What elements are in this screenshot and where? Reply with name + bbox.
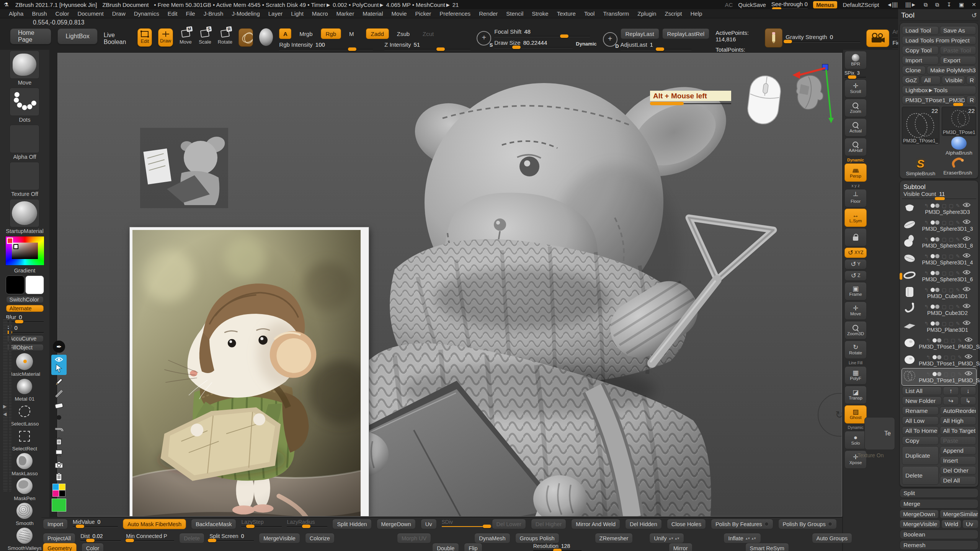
subtool-back-icon[interactable]: ↰ bbox=[924, 236, 928, 242]
folder-up-button[interactable]: ↪ bbox=[943, 396, 959, 405]
copy-subtool-button[interactable]: Copy bbox=[902, 436, 939, 445]
zoom3d-button[interactable]: Zoom3D bbox=[844, 321, 867, 339]
bottom-inflate-button[interactable]: Inflate▴▾ ▴▾ bbox=[724, 533, 761, 543]
menu-macro[interactable]: Macro bbox=[309, 10, 332, 18]
subtool-up-button[interactable]: ↑ bbox=[943, 386, 959, 395]
layer-icon[interactable]: ▢ bbox=[942, 253, 946, 259]
mask-icon[interactable]: ▢ bbox=[949, 270, 954, 276]
tray-item-masklasso[interactable]: MaskLasso bbox=[11, 452, 38, 476]
mask-icon[interactable]: ▢ bbox=[949, 220, 954, 225]
alpha-swatch[interactable]: A bbox=[279, 28, 291, 39]
eye-icon[interactable] bbox=[962, 320, 971, 327]
active-tool-r-button[interactable]: R bbox=[966, 96, 976, 104]
gizmo-x-arrow[interactable] bbox=[792, 71, 800, 79]
solo-button[interactable]: ●Solo bbox=[844, 431, 867, 449]
switch-color-button[interactable]: SwitchColor bbox=[6, 296, 44, 303]
subtool-title[interactable]: Subtool bbox=[902, 183, 976, 191]
tray-item-move[interactable]: Move bbox=[10, 51, 39, 86]
menu-help[interactable]: Help bbox=[687, 10, 706, 18]
all-to-target-button[interactable]: All To Target bbox=[940, 426, 977, 435]
blur-slider[interactable]: Blur0 bbox=[6, 314, 44, 323]
bottom-uv-button[interactable]: Uv bbox=[421, 519, 437, 529]
see-through-slider[interactable]: See-through 0 bbox=[771, 1, 808, 9]
menu-material[interactable]: Material bbox=[359, 10, 386, 18]
load-tools-from-project-button[interactable]: Load Tools From Project bbox=[902, 36, 976, 45]
rename-button[interactable]: Rename bbox=[902, 406, 939, 415]
edit-subtool-icon[interactable]: ✎ bbox=[956, 253, 960, 259]
menu-stroke[interactable]: Stroke bbox=[528, 10, 552, 18]
easel-icon[interactable] bbox=[54, 448, 64, 458]
uv-button[interactable]: Uv bbox=[962, 520, 978, 528]
mask-icon[interactable]: ▢ bbox=[951, 337, 956, 343]
floor-button[interactable]: ┴Floor bbox=[844, 189, 867, 207]
bpr-button[interactable]: BPR bbox=[844, 51, 867, 69]
bottom-colorize-button[interactable]: Colorize bbox=[305, 533, 335, 543]
dock-left-icon[interactable]: ◄|||| bbox=[887, 2, 897, 8]
menu-file[interactable]: File bbox=[183, 10, 199, 18]
del-all-button[interactable]: Del All bbox=[940, 476, 977, 485]
edit-subtool-icon[interactable]: ✎ bbox=[956, 203, 960, 209]
make-polymesh3d-button[interactable]: Make PolyMesh3D bbox=[927, 66, 976, 75]
sculpt-viewport[interactable]: ↻ bbox=[57, 53, 842, 517]
bottom-mirror-and-weld-button[interactable]: Mirror And Weld bbox=[571, 519, 620, 529]
bottom-del-lower-button[interactable]: Del Lower bbox=[492, 519, 526, 529]
current-brush-thumbnail[interactable] bbox=[238, 28, 253, 47]
eye-icon[interactable] bbox=[962, 202, 971, 209]
tray-collapse-arrow[interactable]: ▶ bbox=[3, 404, 7, 409]
tray-item-smooth[interactable]: Smooth bbox=[16, 502, 34, 526]
subtool-row[interactable]: ↰▢▢✎PM3D_TPose1_PM3D_Sphere3 bbox=[902, 368, 976, 385]
paint-mode-rgb[interactable]: Rgb bbox=[321, 28, 341, 39]
main-color-swatch[interactable] bbox=[6, 276, 24, 294]
append-button[interactable]: Append bbox=[940, 446, 977, 455]
mask-icon[interactable]: ▢ bbox=[949, 253, 954, 259]
menu-light[interactable]: Light bbox=[287, 10, 307, 18]
tray-expand-arrow[interactable]: ◀ bbox=[3, 411, 7, 417]
polypaint-icon[interactable] bbox=[931, 204, 935, 208]
lightbox-tools-button[interactable]: Lightbox►Tools bbox=[902, 86, 976, 95]
all-low-button[interactable]: All Low bbox=[902, 416, 939, 425]
remesh-section-header[interactable]: Remesh bbox=[900, 540, 978, 550]
bottom-unify-button[interactable]: Unify▴▾ ▴▾ bbox=[649, 533, 684, 543]
goz-r-button[interactable]: R bbox=[966, 76, 976, 85]
menu-tool[interactable]: Tool bbox=[581, 10, 598, 18]
bottom-slider-split-screen[interactable]: Split Screen0 bbox=[209, 533, 254, 541]
tool-thumbnail-large[interactable]: 22 PM3D_TPose1_P bbox=[902, 107, 939, 144]
paint-mode-m[interactable]: M bbox=[344, 28, 359, 39]
bottom-backfacemask-button[interactable]: BackfaceMask bbox=[191, 519, 236, 529]
eraser-tool-icon[interactable] bbox=[54, 401, 64, 411]
eye-icon[interactable] bbox=[964, 370, 973, 377]
gradient-label[interactable]: Gradient bbox=[14, 267, 36, 274]
mergedown-button[interactable]: MergeDown bbox=[900, 510, 939, 518]
bottom-color-button[interactable]: Color bbox=[82, 543, 104, 551]
autoreorder-button[interactable]: AutoReorder bbox=[940, 406, 977, 415]
mask-icon[interactable]: ▢ bbox=[949, 321, 954, 326]
subtool-row[interactable]: ↰▢▢✎PM3D_Cube3D1 bbox=[902, 284, 976, 301]
subtool-back-icon[interactable]: ↰ bbox=[926, 337, 930, 343]
bottom-del-higher-button[interactable]: Del Higher bbox=[531, 519, 567, 529]
bottom-del-hidden-button[interactable]: Del Hidden bbox=[625, 519, 662, 529]
paste-tool-button[interactable]: Paste Tool bbox=[940, 46, 976, 55]
gravity-strength-slider[interactable]: Gravity Strength0 bbox=[786, 34, 860, 42]
tray-item-metal-01[interactable]: Metal 01 bbox=[15, 378, 35, 402]
subtool-row[interactable]: ↰▢▢✎PM3D_Sphere3D3 bbox=[902, 200, 976, 217]
edit-subtool-icon[interactable]: ✎ bbox=[958, 337, 962, 343]
all-high-button[interactable]: All High bbox=[940, 416, 977, 425]
save-as-button[interactable]: Save As bbox=[940, 26, 976, 35]
restore-icon[interactable]: ▣ bbox=[959, 2, 964, 8]
edit-subtool-icon[interactable]: ✎ bbox=[956, 236, 960, 242]
layer-icon[interactable]: ▢ bbox=[942, 236, 946, 242]
list-all-button[interactable]: List All bbox=[902, 386, 942, 395]
eraserbrush-item[interactable]: EraserBrush bbox=[943, 157, 972, 176]
accucurve-button[interactable]: AccuCurve bbox=[6, 335, 44, 342]
layer-icon[interactable]: ▢ bbox=[942, 287, 946, 293]
simplebrush-item[interactable]: S SimpleBrush bbox=[906, 157, 936, 176]
sv-marker[interactable] bbox=[13, 244, 18, 249]
adjust-dial-icon[interactable]: D bbox=[603, 32, 617, 47]
tray-divider-grip-2[interactable] bbox=[9, 318, 11, 491]
live-boolean-toggle[interactable]: Live Boolean bbox=[104, 32, 132, 46]
menus-toggle-button[interactable]: Menus bbox=[813, 1, 838, 8]
sculpt-mode-zcut[interactable]: Zcut bbox=[418, 28, 439, 39]
z-intensity-slider[interactable]: Z Intensity51 bbox=[384, 41, 470, 50]
edit-subtool-icon[interactable]: ✎ bbox=[958, 371, 962, 377]
bottom-projectall-button[interactable]: ProjectAll bbox=[43, 533, 75, 543]
